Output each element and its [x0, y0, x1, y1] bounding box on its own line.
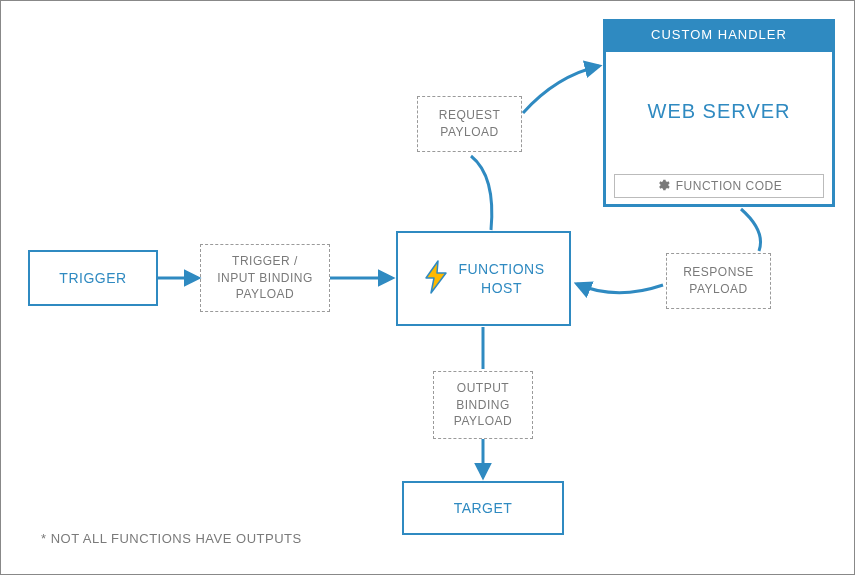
trigger-payload-label: TRIGGER / INPUT BINDING PAYLOAD [217, 253, 313, 303]
response-payload-label: RESPONSE PAYLOAD [683, 264, 754, 298]
trigger-box: TRIGGER [28, 250, 158, 306]
request-payload-box: REQUEST PAYLOAD [417, 96, 522, 152]
request-payload-label: REQUEST PAYLOAD [439, 107, 501, 141]
trigger-payload-box: TRIGGER / INPUT BINDING PAYLOAD [200, 244, 330, 312]
function-code-box: FUNCTION CODE [614, 174, 824, 198]
web-server-label: WEB SERVER [648, 100, 791, 123]
output-payload-label: OUTPUT BINDING PAYLOAD [454, 380, 512, 430]
lightning-bolt-icon [422, 260, 450, 297]
diagram-canvas: TRIGGER TRIGGER / INPUT BINDING PAYLOAD … [0, 0, 855, 575]
target-label: TARGET [454, 500, 513, 516]
target-box: TARGET [402, 481, 564, 535]
gear-icon [656, 178, 670, 195]
response-payload-box: RESPONSE PAYLOAD [666, 253, 771, 309]
output-payload-box: OUTPUT BINDING PAYLOAD [433, 371, 533, 439]
footnote-label: * NOT ALL FUNCTIONS HAVE OUTPUTS [41, 531, 302, 546]
functions-host-box: FUNCTIONS HOST [396, 231, 571, 326]
custom-handler-header-label: CUSTOM HANDLER [651, 27, 787, 42]
functions-host-label: FUNCTIONS HOST [458, 260, 544, 296]
trigger-label: TRIGGER [59, 270, 126, 286]
function-code-label: FUNCTION CODE [676, 179, 783, 193]
custom-handler-header: CUSTOM HANDLER [603, 19, 835, 49]
footnote-text: * NOT ALL FUNCTIONS HAVE OUTPUTS [41, 531, 302, 546]
